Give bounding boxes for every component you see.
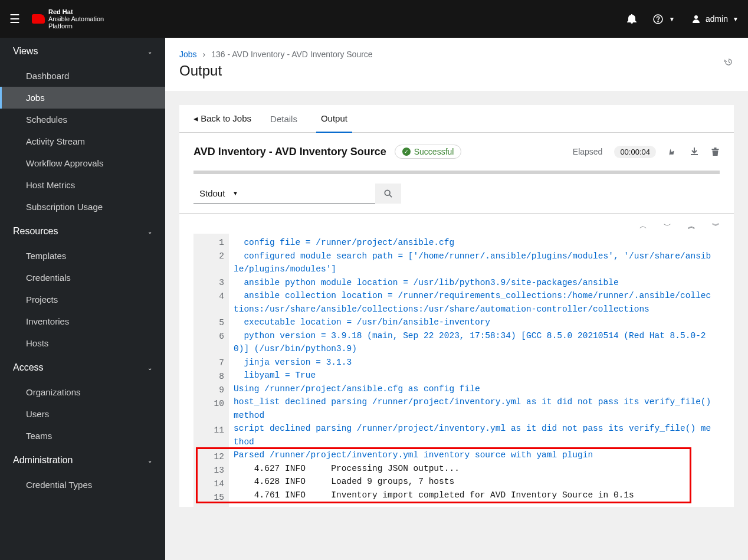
caret-down-icon: ▼: [733, 16, 739, 22]
tab-details[interactable]: Details: [265, 106, 302, 132]
nav-projects[interactable]: Projects: [0, 289, 165, 310]
filter-dropdown[interactable]: Stdout ▼: [193, 184, 255, 204]
username: admin: [706, 14, 728, 24]
logo[interactable]: Red Hat Ansible Automation Platform: [32, 8, 104, 30]
history-icon[interactable]: [723, 57, 734, 67]
line-number: 14: [203, 477, 224, 491]
chevron-down-icon: ⌄: [147, 228, 152, 235]
job-name: AVD Inventory - AVD Inventory Source: [193, 146, 386, 158]
svg-point-3: [385, 190, 390, 195]
scroll-top-icon[interactable]: ︽: [688, 221, 695, 231]
line-number: 13: [203, 464, 224, 477]
nav-templates[interactable]: Templates: [0, 245, 165, 267]
chevron-down-icon: ⌄: [147, 365, 152, 371]
output-line: libyaml = True: [234, 369, 715, 382]
nav-organizations[interactable]: Organizations: [0, 381, 165, 403]
hamburger-icon[interactable]: ☰: [9, 12, 20, 26]
breadcrumb-current: 136 - AVD Inventory - AVD Inventory Sour…: [211, 50, 372, 59]
line-number: 4: [203, 290, 224, 316]
svg-point-1: [658, 21, 658, 22]
output-nav-controls: ︿ ﹀ ︽ ︾: [179, 213, 734, 234]
nav-header-administration[interactable]: Administration⌄: [0, 447, 165, 474]
redhat-icon: [32, 14, 45, 24]
line-number: 1: [203, 236, 224, 250]
line-number: 6: [203, 330, 224, 356]
page-title: Output: [179, 63, 734, 79]
nav-workflow-approvals[interactable]: Workflow Approvals: [0, 152, 165, 174]
breadcrumb: Jobs › 136 - AVD Inventory - AVD Invento…: [179, 50, 734, 59]
output-line: Using /runner/project/ansible.cfg as con…: [234, 382, 715, 396]
relaunch-icon[interactable]: [668, 147, 678, 157]
svg-point-2: [694, 15, 698, 19]
chevron-down-icon: ⌄: [147, 48, 152, 55]
output-line: 4.761 INFO Inventory import completed fo…: [234, 489, 715, 502]
output-line: ansible collection location = /runner/re…: [234, 289, 715, 316]
elapsed-label: Elapsed: [573, 147, 603, 156]
output-line: python version = 3.9.18 (main, Sep 22 20…: [234, 329, 715, 356]
nav-schedules[interactable]: Schedules: [0, 109, 165, 130]
user-menu[interactable]: admin ▼: [691, 14, 739, 24]
line-number: 2: [203, 250, 224, 276]
nav-credentials[interactable]: Credentials: [0, 267, 165, 289]
output-line: executable location = /usr/bin/ansible-i…: [234, 316, 715, 329]
scroll-up-icon[interactable]: ︿: [639, 221, 647, 231]
chevron-down-icon: ⌄: [147, 457, 152, 464]
output-line: Parsed /runner/project/inventory.yml inv…: [234, 448, 715, 462]
nav-teams[interactable]: Teams: [0, 425, 165, 447]
elapsed-value: 00:00:04: [614, 146, 656, 158]
search-icon: [384, 189, 392, 198]
line-number: 12: [203, 450, 224, 464]
line-number: 3: [203, 276, 224, 290]
line-number: 15: [203, 491, 224, 505]
output-line: config file = /runner/project/ansible.cf…: [234, 236, 715, 250]
line-number: 8: [203, 370, 224, 384]
nav-header-views[interactable]: Views⌄: [0, 38, 165, 65]
search-input[interactable]: [255, 184, 375, 204]
help-icon[interactable]: ▼: [653, 14, 675, 24]
delete-icon[interactable]: [711, 147, 720, 156]
user-icon: [691, 14, 701, 24]
nav-users[interactable]: Users: [0, 403, 165, 425]
nav-dashboard[interactable]: Dashboard: [0, 65, 165, 87]
output-line: configured module search path = ['/home/…: [234, 250, 715, 276]
check-icon: ✓: [402, 148, 411, 156]
output-area[interactable]: 123456789101112131415 config file = /run…: [193, 234, 720, 507]
chevron-right-icon: ›: [203, 50, 206, 59]
nav-credential-types[interactable]: Credential Types: [0, 474, 165, 496]
main-content: Jobs › 136 - AVD Inventory - AVD Invento…: [165, 38, 748, 560]
scroll-bottom-icon[interactable]: ︾: [712, 221, 720, 231]
nav-subscription-usage[interactable]: Subscription Usage: [0, 196, 165, 218]
nav-hosts[interactable]: Hosts: [0, 332, 165, 354]
nav-jobs[interactable]: Jobs: [0, 87, 165, 109]
status-badge: ✓ Successful: [395, 145, 462, 159]
line-number: 9: [203, 384, 224, 397]
sidebar: Views⌄ Dashboard Jobs Schedules Activity…: [0, 38, 165, 560]
download-icon[interactable]: [690, 147, 699, 156]
output-line: jinja version = 3.1.3: [234, 356, 715, 369]
bell-icon[interactable]: [627, 14, 637, 24]
tabs: ◂ Back to Jobs Details Output: [179, 105, 734, 133]
nav-activity-stream[interactable]: Activity Stream: [0, 130, 165, 152]
caret-down-icon: ▼: [669, 16, 675, 22]
topbar: ☰ Red Hat Ansible Automation Platform ▼ …: [0, 0, 748, 38]
breadcrumb-root[interactable]: Jobs: [179, 50, 197, 59]
line-number: 10: [203, 397, 224, 424]
line-number: 5: [203, 316, 224, 330]
line-number: 7: [203, 356, 224, 370]
nav-header-resources[interactable]: Resources⌄: [0, 218, 165, 245]
search-button[interactable]: [375, 184, 401, 204]
caret-down-icon: ▼: [232, 190, 238, 197]
nav-host-metrics[interactable]: Host Metrics: [0, 174, 165, 196]
back-to-jobs[interactable]: ◂ Back to Jobs: [193, 105, 251, 132]
line-number: 11: [203, 424, 224, 450]
output-line: 4.628 INFO Loaded 9 groups, 7 hosts: [234, 475, 715, 489]
scroll-down-icon[interactable]: ﹀: [664, 221, 671, 231]
output-line: ansible python module location = /usr/li…: [234, 276, 715, 290]
logo-brand: Red Hat: [48, 8, 104, 15]
output-line: 4.627 INFO Processing JSON output...: [234, 462, 715, 476]
logo-product2: Platform: [48, 22, 104, 30]
tab-output[interactable]: Output: [316, 105, 352, 133]
code-content: config file = /runner/project/ansible.cf…: [229, 234, 720, 507]
nav-header-access[interactable]: Access⌄: [0, 354, 165, 381]
nav-inventories[interactable]: Inventories: [0, 310, 165, 332]
